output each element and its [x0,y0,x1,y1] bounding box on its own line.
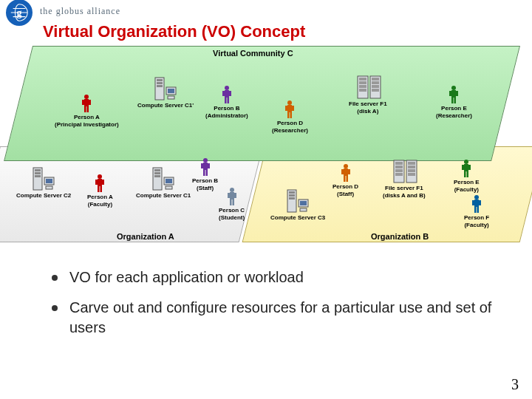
svg-rect-11 [157,85,163,87]
svg-point-2 [84,95,89,99]
svg-rect-40 [456,91,458,96]
vo-diagram: Virtual Community C Organization A Organ… [6,47,526,254]
svg-text:g: g [17,7,22,18]
svg-rect-55 [100,186,103,192]
svg-point-50 [98,174,102,179]
person-icon [454,160,480,177]
svg-rect-80 [300,201,307,205]
server-icon [16,167,71,191]
server-icon [270,189,325,213]
svg-rect-14 [168,96,174,99]
svg-rect-106 [472,200,474,205]
svg-rect-7 [87,106,89,112]
svg-rect-95 [408,166,415,168]
bullet-item: VO for each application or workload [52,267,495,287]
svg-rect-6 [84,106,86,112]
alliance-text: the globus alliance [40,6,120,17]
svg-point-63 [203,158,208,163]
diagram-item-pd2: Person D(Staff) [332,164,358,197]
svg-rect-30 [359,85,366,88]
svg-rect-65 [201,163,203,168]
svg-rect-97 [408,173,415,176]
svg-rect-92 [395,173,403,176]
svg-rect-34 [372,81,379,84]
person-icon [464,195,489,213]
svg-rect-74 [232,200,234,205]
diagram-item-fs_f1: File server F1(disk A) [349,75,387,115]
svg-rect-22 [287,105,292,112]
svg-point-104 [474,195,479,200]
svg-point-82 [344,164,348,168]
item-label: Compute Server C3 [270,214,325,222]
svg-rect-61 [166,179,172,183]
diagram-item-pc: Person C(Student) [219,188,245,221]
item-label: Person F(Faculty) [464,214,489,228]
diagram-item-pf: Person F(Faculty) [464,195,489,228]
svg-rect-109 [477,207,480,213]
person-icon [205,86,248,103]
svg-rect-5 [89,100,91,105]
person-icon [87,174,113,192]
svg-rect-91 [395,169,403,172]
diagram-item-pd: Person D(Researcher) [272,100,308,134]
svg-rect-9 [157,79,163,81]
svg-rect-100 [462,165,464,170]
svg-rect-26 [290,112,293,118]
svg-rect-10 [157,82,163,84]
bullet-list: VO for each application or workload Carv… [52,267,495,338]
svg-rect-87 [346,176,348,182]
item-label: Person E(Researcher) [436,105,472,119]
svg-rect-99 [464,164,468,171]
svg-rect-4 [82,100,84,105]
diagram-item-pb2: Person B(Staff) [192,158,218,191]
svg-rect-107 [479,200,481,205]
svg-rect-25 [287,112,290,118]
person-icon [219,188,245,205]
item-label: File server F1(disks A and B) [383,185,426,199]
item-label: Person A(Faculty) [87,194,113,208]
svg-rect-18 [229,91,231,96]
svg-rect-31 [359,89,366,92]
person-icon [272,100,308,118]
person-icon [192,158,218,176]
svg-rect-23 [285,106,287,111]
svg-rect-33 [372,78,379,81]
diagram-item-cs_c1: Compute Server C1 [136,167,191,200]
person-icon [436,86,472,103]
svg-rect-94 [408,162,415,165]
svg-rect-66 [208,163,210,168]
diagram-item-cs_c3: Compute Server C3 [270,189,325,222]
item-label: Compute Server C1' [137,102,194,109]
svg-rect-81 [300,208,307,211]
svg-rect-39 [449,91,451,96]
diagram-item-pe2: Person E(Faculty) [454,160,480,193]
svg-rect-89 [395,162,403,165]
svg-rect-108 [474,207,477,213]
svg-rect-54 [98,186,100,192]
svg-rect-84 [341,169,344,174]
svg-rect-62 [166,186,172,189]
item-label: Person D(Researcher) [272,120,308,134]
svg-rect-44 [35,169,41,171]
svg-rect-103 [467,171,469,177]
diagram-item-pb: Person B(Administrator) [205,86,248,119]
header: g the globus alliance [0,0,532,21]
bullet-item: Carve out and configure resources for a … [52,298,495,338]
globus-logo-icon: g [6,0,33,26]
svg-rect-35 [372,85,379,88]
slide-title: Virtual Organization (VO) Concept [43,22,532,41]
diagram-item-fs_f1b: File server F1(disks A and B) [383,160,426,199]
svg-rect-64 [203,163,208,170]
svg-rect-72 [234,193,236,198]
svg-rect-29 [359,81,366,84]
svg-rect-105 [474,200,479,207]
svg-rect-13 [168,89,174,93]
svg-point-98 [464,160,468,164]
svg-rect-19 [225,98,227,103]
svg-rect-83 [344,168,348,176]
svg-point-21 [287,100,292,105]
svg-point-15 [225,86,229,90]
file-server-icon [383,160,426,183]
server-icon [137,77,194,100]
page-number: 3 [511,376,519,393]
